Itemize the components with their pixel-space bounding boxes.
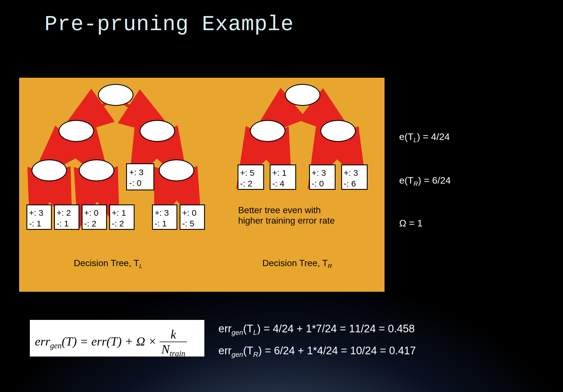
caption-right-text: Decision Tree, T (262, 258, 328, 268)
f-frac-bot: N (161, 342, 169, 356)
omega: Ω = 1 (399, 217, 423, 230)
f-frac-bot-sub: train (170, 349, 186, 358)
leaf-neg: -: 1 (155, 218, 175, 229)
caption-left-text: Decision Tree, T (74, 258, 139, 268)
leaf-neg: -: 1 (57, 218, 77, 229)
t: (T (243, 323, 253, 335)
f-mid: (T) = err(T) + Ω × (62, 335, 160, 348)
errgen-tl: errgen(TL) = 4/24 + 1*7/24 = 11/24 = 0.4… (218, 323, 415, 337)
svg-line-15 (272, 139, 281, 162)
svg-line-7 (53, 179, 62, 202)
slide-title: Pre-pruning Example (44, 12, 294, 37)
caption-left-sub: L (139, 263, 142, 269)
tr-leaf: +: 3 -: 6 (341, 164, 368, 190)
txt: e(T (399, 175, 414, 186)
f-lhs: err (35, 335, 50, 348)
svg-line-10 (164, 179, 171, 202)
slide: Pre-pruning Example (0, 0, 563, 392)
leaf-pos: +: 0 (182, 208, 202, 218)
tl-node (159, 159, 194, 181)
leaf-neg: -: 6 (344, 178, 365, 189)
leaf-pos: +: 3 (29, 208, 49, 218)
svg-line-9 (101, 179, 109, 202)
leaf-pos: +: 5 (240, 168, 262, 178)
tl-leaf: +: 3 -: 1 (26, 204, 52, 230)
tr-leaf: +: 1 -: 4 (270, 164, 296, 190)
leaf-pos: +: 3 (129, 167, 151, 178)
svg-line-5 (162, 139, 175, 162)
leaf-pos: +: 0 (84, 208, 104, 218)
sub: R (414, 180, 418, 187)
e-tl: e(TL) = 4/24 (399, 130, 450, 144)
t: err (218, 323, 231, 335)
tr-leaf: +: 3 -: 0 (309, 164, 336, 190)
leaf-pos: +: 2 (57, 208, 77, 218)
sub: L (414, 137, 417, 144)
tl-leaf: +: 1 -: 2 (109, 204, 135, 230)
tl-node (32, 159, 67, 181)
caption-right: Decision Tree, TR (262, 258, 332, 270)
tr-root (285, 84, 320, 106)
tr-leaf: +: 5 -: 2 (238, 164, 264, 190)
s: L (253, 329, 257, 336)
svg-line-6 (38, 179, 45, 202)
t: ) = 6/24 + 1*4/24 = 10/24 = 0.417 (258, 345, 416, 357)
note-line2: higher training error rate (238, 215, 335, 226)
txt: ) = 4/24 (417, 131, 450, 142)
better-tree-note: Better tree even with higher training er… (238, 205, 335, 226)
svg-line-8 (86, 179, 92, 202)
trees-panel: +: 3 -: 0 +: 3 -: 1 +: 2 -: 1 +: 0 -: 2 … (19, 77, 385, 292)
leaf-pos: +: 1 (272, 168, 294, 178)
tl-node (59, 120, 94, 142)
tl-root (98, 84, 133, 106)
svg-line-1 (120, 101, 154, 123)
svg-line-0 (78, 101, 109, 123)
leaf-pos: +: 3 (344, 168, 365, 178)
tr-node (250, 120, 285, 142)
tl-leaf-mid: +: 3 -: 0 (126, 163, 154, 190)
tl-leaf: +: 2 -: 1 (54, 204, 79, 230)
txt: ) = 6/24 (418, 175, 451, 186)
leaf-neg: -: 4 (272, 178, 294, 189)
s: gen (231, 351, 243, 358)
note-line1: Better tree even with (238, 205, 335, 215)
leaf-neg: -: 2 (84, 218, 104, 229)
svg-line-14 (250, 139, 262, 162)
leaf-neg: -: 0 (129, 178, 151, 188)
tl-leaf: +: 0 -: 2 (82, 204, 107, 230)
f-frac-top: k (160, 327, 187, 342)
t: err (218, 345, 231, 357)
t: (T (243, 345, 253, 357)
leaf-pos: +: 3 (312, 168, 333, 178)
svg-line-17 (342, 139, 354, 162)
svg-line-4 (141, 139, 151, 162)
e-tr: e(TR) = 6/24 (399, 174, 451, 188)
s: R (253, 351, 258, 358)
tl-node (79, 159, 114, 181)
svg-line-2 (50, 139, 70, 162)
svg-line-11 (181, 179, 190, 202)
txt: e(T (399, 131, 414, 142)
caption-left: Decision Tree, TL (74, 258, 142, 270)
svg-line-12 (270, 101, 296, 123)
leaf-neg: -: 2 (112, 218, 132, 229)
formula: errgen(T) = err(T) + Ω × kNtrain (35, 327, 187, 358)
leaf-neg: -: 2 (240, 178, 262, 189)
svg-line-3 (81, 139, 95, 162)
leaf-neg: -: 1 (29, 218, 49, 229)
t: ) = 4/24 + 1*7/24 = 11/24 = 0.458 (257, 323, 415, 335)
leaf-neg: -: 5 (182, 218, 202, 229)
tl-leaf: +: 3 -: 1 (152, 204, 177, 230)
leaf-pos: +: 1 (112, 208, 132, 218)
svg-line-16 (321, 139, 332, 162)
tl-node (140, 120, 175, 142)
s: gen (231, 329, 243, 336)
f-lhs-sub: gen (50, 341, 62, 350)
errgen-tr: errgen(TR) = 6/24 + 1*4/24 = 10/24 = 0.4… (218, 345, 416, 358)
leaf-pos: +: 3 (155, 208, 175, 218)
tr-node (320, 120, 356, 142)
leaf-neg: -: 0 (312, 178, 333, 189)
tl-leaf: +: 0 -: 5 (180, 204, 205, 230)
caption-right-sub: R (328, 263, 332, 269)
